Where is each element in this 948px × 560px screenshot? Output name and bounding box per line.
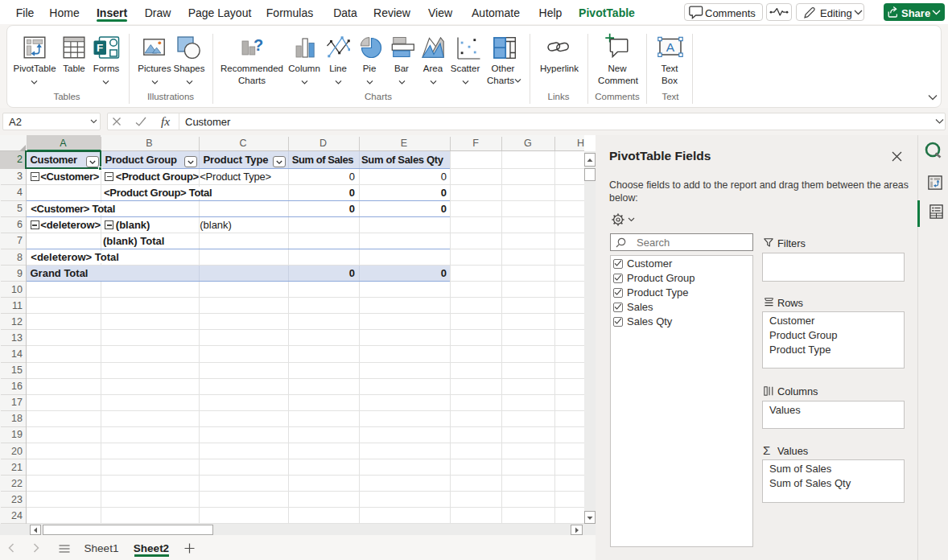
svg-text:F: F [97, 42, 103, 54]
svg-text:A: A [666, 40, 675, 54]
svg-text:?: ? [253, 37, 263, 54]
